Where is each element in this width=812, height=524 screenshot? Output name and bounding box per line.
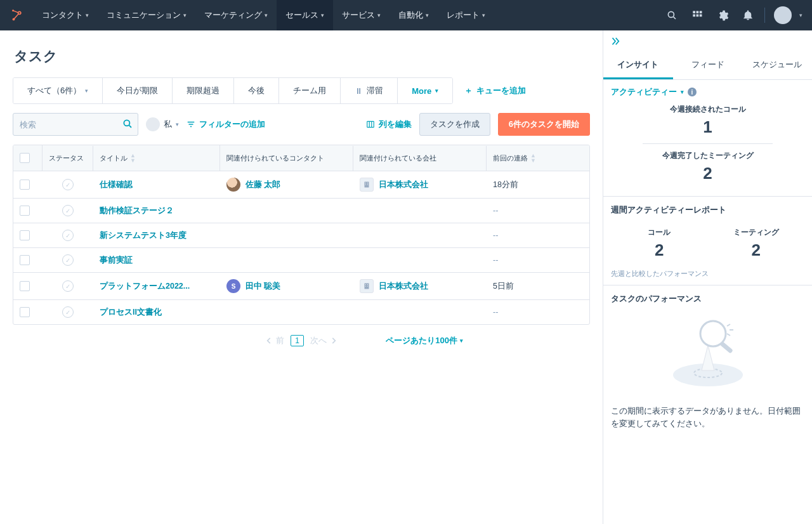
account-menu-caret[interactable]: ▾ bbox=[793, 0, 806, 30]
start-tasks-button[interactable]: 6件のタスクを開始 bbox=[498, 113, 590, 136]
task-title-link[interactable]: 仕様確認 bbox=[100, 180, 133, 190]
next-page-button[interactable]: 次へ bbox=[310, 335, 338, 346]
col-last-contact[interactable]: 前回の連絡▲▼ bbox=[487, 145, 589, 171]
info-icon[interactable]: i bbox=[688, 88, 697, 96]
tasks-table: ステータス タイトル▲▼ 関連付けられているコンタクト 関連付けられている会社 … bbox=[13, 145, 590, 325]
view-tab[interactable]: チーム用 bbox=[279, 78, 341, 103]
chevron-down-icon: ▾ bbox=[85, 88, 88, 94]
view-tab[interactable]: 今後 bbox=[234, 78, 279, 103]
view-tab[interactable]: ⏸滞留 bbox=[341, 78, 398, 103]
marketplace-icon[interactable] bbox=[684, 0, 710, 30]
prev-page-button[interactable]: 前 bbox=[265, 335, 284, 346]
user-icon bbox=[146, 117, 160, 131]
col-title[interactable]: タイトル▲▼ bbox=[93, 145, 220, 171]
tab-feed[interactable]: フィード bbox=[673, 52, 743, 79]
per-page-selector[interactable]: ページあたり100件▾ bbox=[386, 335, 463, 346]
tab-schedule[interactable]: スケジュール bbox=[742, 52, 812, 79]
nav-item[interactable]: レポート▾ bbox=[438, 0, 494, 30]
contact-link[interactable]: 田中 聡美 bbox=[246, 281, 280, 292]
svg-rect-15 bbox=[367, 183, 368, 183]
view-tab[interactable]: 期限超過 bbox=[173, 78, 234, 103]
complete-task-toggle[interactable]: ✓ bbox=[62, 254, 74, 266]
chevron-down-icon: ▾ bbox=[681, 89, 684, 95]
svg-rect-17 bbox=[367, 185, 368, 185]
svg-rect-13 bbox=[365, 182, 369, 188]
nav-item[interactable]: コンタクト▾ bbox=[33, 0, 98, 30]
col-contact[interactable]: 関連付けられているコンタクト bbox=[220, 146, 353, 171]
add-queue-button[interactable]: ＋ キューを追加 bbox=[464, 85, 526, 96]
row-checkbox[interactable] bbox=[20, 255, 30, 265]
nav-item[interactable]: コミュニケーション▾ bbox=[98, 0, 195, 30]
svg-rect-21 bbox=[365, 286, 366, 287]
chevron-down-icon: ▾ bbox=[176, 121, 179, 128]
settings-icon[interactable] bbox=[710, 0, 735, 30]
tab-insight[interactable]: インサイト bbox=[603, 52, 673, 79]
complete-task-toggle[interactable]: ✓ bbox=[62, 205, 74, 216]
collapse-panel-button[interactable] bbox=[603, 30, 812, 52]
more-views-button[interactable]: More▾ bbox=[398, 78, 452, 103]
svg-rect-9 bbox=[697, 15, 699, 17]
user-avatar[interactable] bbox=[774, 6, 792, 24]
svg-rect-12 bbox=[367, 121, 374, 127]
last-contact-value: -- bbox=[493, 308, 498, 317]
col-status[interactable]: ステータス bbox=[43, 146, 93, 171]
search-input[interactable] bbox=[13, 113, 138, 136]
search-icon[interactable] bbox=[659, 0, 684, 30]
complete-task-toggle[interactable]: ✓ bbox=[62, 280, 74, 292]
side-panel: インサイト フィード スケジュール アクティビティー ▾ i 今週接続されたコー… bbox=[603, 30, 812, 524]
side-tabs: インサイト フィード スケジュール bbox=[603, 52, 812, 80]
svg-rect-22 bbox=[367, 286, 368, 287]
stat-meetings: ミーティング 2 bbox=[708, 221, 805, 266]
chevron-right-double-icon bbox=[610, 36, 621, 47]
row-checkbox[interactable] bbox=[20, 206, 30, 216]
svg-rect-14 bbox=[365, 183, 366, 183]
svg-rect-18 bbox=[365, 284, 369, 289]
chevron-down-icon: ▾ bbox=[86, 12, 89, 18]
select-all-checkbox[interactable] bbox=[20, 153, 30, 163]
complete-task-toggle[interactable]: ✓ bbox=[62, 179, 74, 190]
table-row: ✓ プロセスII文書化 -- bbox=[13, 300, 589, 324]
owner-label: 私 bbox=[164, 119, 172, 130]
task-title-link[interactable]: プラットフォーム2022... bbox=[100, 281, 190, 292]
task-title-link[interactable]: 動作検証ステージ２ bbox=[100, 206, 174, 216]
plus-icon: ＋ bbox=[464, 85, 473, 96]
svg-rect-6 bbox=[697, 11, 699, 13]
company-link[interactable]: 日本株式会社 bbox=[379, 180, 428, 190]
edit-columns-button[interactable]: 列を編集 bbox=[366, 119, 412, 130]
sort-icon: ▲▼ bbox=[130, 153, 136, 163]
contact-link[interactable]: 佐藤 太郎 bbox=[246, 180, 280, 190]
add-filter-button[interactable]: フィルターの追加 bbox=[187, 119, 265, 130]
nav-item[interactable]: セールス▾ bbox=[277, 0, 333, 30]
search-field bbox=[13, 113, 138, 136]
chevron-down-icon: ▾ bbox=[460, 337, 463, 344]
company-link[interactable]: 日本株式会社 bbox=[379, 281, 428, 292]
row-checkbox[interactable] bbox=[20, 180, 30, 190]
row-checkbox[interactable] bbox=[20, 230, 30, 240]
task-title-link[interactable]: プロセスII文書化 bbox=[100, 307, 162, 318]
compare-note: 先週と比較したパフォーマンス bbox=[611, 269, 804, 278]
page-number[interactable]: 1 bbox=[291, 335, 304, 346]
hubspot-logo-icon[interactable] bbox=[10, 8, 24, 22]
stat-calls: コール 2 bbox=[611, 221, 708, 266]
activity-dropdown[interactable]: アクティビティー ▾ i bbox=[611, 86, 804, 98]
row-checkbox[interactable] bbox=[20, 307, 30, 317]
complete-task-toggle[interactable]: ✓ bbox=[62, 306, 74, 318]
task-title-link[interactable]: 新システムテスト3年度 bbox=[100, 230, 187, 241]
view-tab[interactable]: すべて（6件）▾ bbox=[13, 78, 103, 103]
add-queue-label: キューを追加 bbox=[476, 85, 526, 96]
nav-item[interactable]: サービス▾ bbox=[333, 0, 390, 30]
nav-item[interactable]: 自動化▾ bbox=[390, 0, 438, 30]
complete-task-toggle[interactable]: ✓ bbox=[62, 230, 74, 241]
notifications-icon[interactable] bbox=[735, 0, 761, 30]
row-checkbox[interactable] bbox=[20, 281, 30, 291]
create-task-button[interactable]: タスクを作成 bbox=[419, 113, 490, 136]
search-icon[interactable] bbox=[122, 118, 133, 129]
owner-filter[interactable]: 私 ▾ bbox=[146, 117, 179, 131]
task-title-link[interactable]: 事前実証 bbox=[100, 255, 133, 266]
view-tab[interactable]: 今日が期限 bbox=[103, 78, 173, 103]
chevron-down-icon: ▾ bbox=[377, 12, 381, 18]
last-contact-value: -- bbox=[493, 256, 498, 265]
table-row: ✓ 事前実証 -- bbox=[13, 248, 589, 273]
nav-item[interactable]: マーケティング▾ bbox=[195, 0, 277, 30]
col-company[interactable]: 関連付けられている会社 bbox=[353, 146, 487, 171]
